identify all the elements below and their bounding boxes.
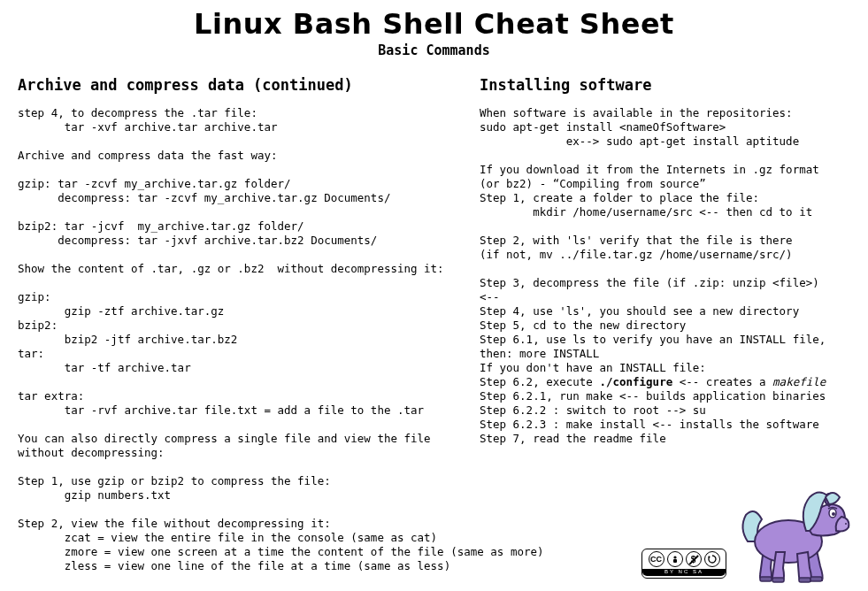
nc-icon: $ — [686, 551, 702, 567]
right-para5: Step 6.2, execute ./configure <-- create… — [480, 375, 850, 389]
svg-rect-9 — [799, 578, 810, 582]
svg-point-6 — [845, 523, 847, 525]
footer-images: CC $ BY NC SA — [641, 480, 852, 586]
left-para7: tar extra: tar -rvf archive.tar file.txt… — [18, 389, 453, 418]
spacer — [18, 418, 453, 432]
svg-point-0 — [673, 556, 676, 558]
left-column: Archive and compress data (continued) st… — [18, 76, 453, 573]
cc-icons-row: CC $ — [649, 551, 720, 567]
right-para2: If you download it from the Internets in… — [480, 163, 850, 219]
pony-illustration — [737, 480, 852, 586]
left-para6: gzip: gzip -ztf archive.tar.gz bzip2: bz… — [18, 290, 453, 375]
left-para4: bzip2: tar -jcvf my_archive.tar.gz folde… — [18, 219, 453, 248]
spacer — [18, 503, 453, 517]
left-para1: step 4, to decompress the .tar file: tar… — [18, 106, 453, 134]
left-para9: Step 1, use gzip or bzip2 to compress th… — [18, 474, 453, 503]
spacer — [18, 205, 453, 219]
spacer — [18, 134, 453, 149]
cc-license-badge: CC $ BY NC SA — [641, 549, 726, 579]
recycle-icon — [708, 555, 717, 564]
r5-pre: Step 6.2, execute — [480, 375, 599, 388]
svg-rect-7 — [760, 577, 772, 581]
r5-it: makefile — [772, 375, 826, 388]
spacer — [480, 219, 850, 234]
page-subtitle: Basic Commands — [18, 42, 850, 58]
spacer — [18, 375, 453, 389]
left-heading: Archive and compress data (continued) — [18, 76, 453, 94]
r5-bold: ./configure — [599, 375, 672, 388]
right-heading: Installing software — [480, 76, 850, 94]
sa-icon — [704, 551, 720, 567]
left-para3: gzip: tar -zcvf my_archive.tar.gz folder… — [18, 177, 453, 205]
spacer — [480, 262, 850, 276]
page-title: Linux Bash Shell Cheat Sheet — [18, 7, 850, 41]
spacer — [18, 248, 453, 262]
left-para8: You can also directly compress a single … — [18, 432, 453, 460]
spacer — [480, 149, 850, 163]
right-para4: Step 3, decompress the file (if .zip: un… — [480, 276, 850, 375]
spacer — [18, 163, 453, 177]
cc-icon: CC — [649, 551, 664, 567]
r5-post: <-- creates a — [672, 375, 772, 388]
svg-point-5 — [832, 512, 835, 516]
cc-label: BY NC SA — [642, 569, 726, 576]
left-para10: Step 2, view the file without decompress… — [18, 517, 453, 573]
svg-rect-10 — [810, 577, 822, 581]
left-para5: Show the content of .tar, .gz or .bz2 wi… — [18, 262, 453, 276]
left-para2: Archive and compress data the fast way: — [18, 149, 453, 163]
svg-marker-2 — [708, 556, 711, 558]
right-para3: Step 2, with 'ls' verify that the file i… — [480, 234, 850, 262]
svg-rect-1 — [673, 559, 677, 563]
right-para6: Step 6.2.1, run make <-- builds applicat… — [480, 389, 850, 446]
svg-rect-8 — [772, 578, 784, 582]
spacer — [18, 460, 453, 474]
spacer — [18, 276, 453, 290]
by-icon — [667, 551, 683, 567]
right-para1: When software is available in the reposi… — [480, 106, 850, 149]
person-icon — [671, 555, 680, 564]
